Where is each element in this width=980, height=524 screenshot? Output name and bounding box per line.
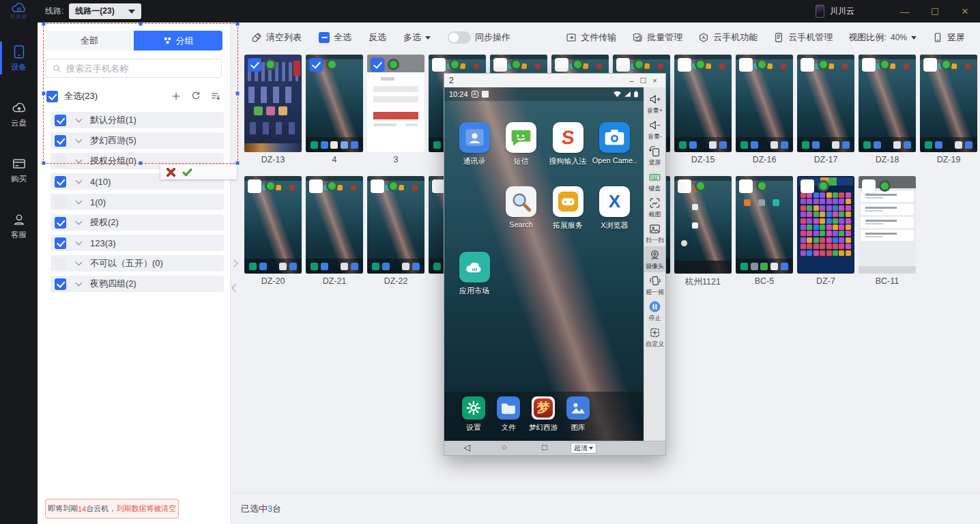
device-cell[interactable]: DZ-17 <box>797 55 854 164</box>
app-shortcut[interactable]: 图库 <box>561 396 595 433</box>
device-cell[interactable]: DZ-22 <box>367 176 424 286</box>
select-all-checkbox[interactable] <box>46 91 58 102</box>
app-shortcut[interactable]: 通讯录 <box>455 122 494 166</box>
minimize-button[interactable]: — <box>890 0 920 23</box>
group-row[interactable]: 夜鸦四组(2) <box>51 276 224 292</box>
group-checkbox[interactable] <box>55 196 66 208</box>
group-row[interactable]: 梦幻西游(5) <box>51 132 224 149</box>
app-shortcut[interactable]: 设置 <box>457 396 491 433</box>
sidebar-item-cloud-disk[interactable]: 云盘 <box>0 98 38 130</box>
group-checkbox[interactable] <box>55 176 66 188</box>
group-checkbox[interactable] <box>55 237 66 249</box>
app-shortcut[interactable]: 梦 梦幻西游 <box>526 396 560 433</box>
chevron-down-icon[interactable] <box>76 198 83 205</box>
home-button[interactable]: ○ <box>502 442 507 452</box>
app-shortcut[interactable]: Open Came.. <box>595 122 635 164</box>
add-group-icon[interactable] <box>171 91 182 102</box>
sidebar-item-devices[interactable]: 设备 <box>0 42 38 74</box>
device-cell[interactable]: DZ-20 <box>244 176 302 286</box>
quality-selector[interactable]: 超清 <box>571 443 596 454</box>
device-checkbox[interactable] <box>493 58 507 72</box>
phone-screen[interactable]: 10:24 A 通讯录 短信 S 搜狗输入法 Open Came.. Searc… <box>444 87 644 441</box>
device-cell[interactable]: 4 <box>306 55 363 164</box>
device-checkbox[interactable] <box>432 58 446 72</box>
back-button[interactable]: ◁ <box>463 442 470 452</box>
phone-tool-custom[interactable]: 自定义 <box>644 324 665 350</box>
phone-tool-screenshot[interactable]: 截图 <box>644 194 665 220</box>
panel-expand-handle[interactable] <box>230 259 237 267</box>
device-cell[interactable]: BC-5 <box>736 176 793 286</box>
phone-tool-rotate[interactable]: 竖屏 <box>644 143 665 169</box>
device-checkbox[interactable] <box>923 58 937 72</box>
toggle-off-icon[interactable] <box>448 31 471 44</box>
device-cell[interactable]: DZ-13 <box>244 55 302 164</box>
device-screen[interactable] <box>674 55 732 152</box>
device-cell[interactable]: DZ-7 <box>797 176 854 286</box>
view-scale-selector[interactable]: 视图比例: 40% <box>848 31 917 44</box>
phone-window[interactable]: 2 – ☐ × 10:24 A 通讯录 短信 S 搜狗输入法 Open Came… <box>444 73 666 456</box>
device-screen[interactable] <box>306 55 363 152</box>
device-cell[interactable]: 3 <box>367 55 424 164</box>
device-screen[interactable] <box>244 176 302 274</box>
invert-selection-button[interactable]: 反选 <box>369 31 386 44</box>
chevron-down-icon[interactable] <box>76 177 83 184</box>
phone-tool-vol-down[interactable]: 音量- <box>644 117 665 143</box>
group-checkbox[interactable] <box>55 135 66 147</box>
group-row[interactable]: 1(0) <box>51 194 224 210</box>
device-cell[interactable]: DZ-15 <box>674 55 732 164</box>
chevron-down-icon[interactable] <box>76 136 83 143</box>
device-screen[interactable] <box>367 55 424 152</box>
select-all-indeterminate-checkbox[interactable] <box>319 32 330 43</box>
device-checkbox[interactable] <box>739 179 753 193</box>
close-button[interactable]: × <box>950 0 980 23</box>
app-shortcut[interactable]: S 搜狗输入法 <box>548 122 588 166</box>
multi-select-button[interactable]: 多选 <box>403 31 431 44</box>
device-screen[interactable] <box>244 55 302 152</box>
phone-maximize-button[interactable]: ☐ <box>637 76 649 85</box>
clear-list-button[interactable]: 清空列表 <box>251 31 302 44</box>
group-row[interactable]: 不可以（五开）(0) <box>51 255 224 272</box>
device-checkbox[interactable] <box>801 179 814 193</box>
line-selector[interactable]: 线路一(23) <box>69 3 141 19</box>
device-checkbox[interactable] <box>371 179 384 193</box>
chevron-down-icon[interactable] <box>76 218 83 225</box>
phone-tool-stop[interactable]: 停止 <box>644 298 665 324</box>
device-checkbox[interactable] <box>248 179 261 193</box>
device-cell[interactable]: 杭州1121 <box>674 176 732 288</box>
device-screen[interactable] <box>674 176 732 274</box>
device-checkbox[interactable] <box>309 58 323 72</box>
device-checkbox[interactable] <box>739 58 753 72</box>
select-all-toggle[interactable]: 全选 <box>319 31 351 44</box>
app-shortcut[interactable]: X X浏览器 <box>595 186 635 231</box>
app-shortcut[interactable]: 拓展服务 <box>548 186 588 231</box>
device-checkbox[interactable] <box>248 58 261 72</box>
tab-all[interactable]: 全部 <box>45 31 134 50</box>
phone-functions-button[interactable]: 云手机功能 <box>698 31 758 44</box>
phone-tool-camera-tool[interactable]: 摄像头 <box>644 246 665 272</box>
group-checkbox[interactable] <box>55 258 66 270</box>
sync-operation-toggle[interactable]: 同步操作 <box>448 31 510 44</box>
device-screen[interactable] <box>736 55 793 152</box>
phone-tool-shake[interactable]: 摇一摇 <box>644 272 665 298</box>
app-shortcut[interactable]: 应用市场 <box>455 252 494 296</box>
device-checkbox[interactable] <box>801 58 814 72</box>
device-screen[interactable] <box>306 176 363 274</box>
panel-collapse-handle[interactable] <box>231 284 239 291</box>
file-transfer-button[interactable]: 文件传输 <box>566 31 616 44</box>
phone-tool-vol-up[interactable]: 音量+ <box>644 91 665 117</box>
device-screen[interactable] <box>859 176 916 274</box>
group-checkbox[interactable] <box>55 115 66 126</box>
portrait-button[interactable]: 竖屏 <box>932 31 965 44</box>
selection-confirm-icon[interactable] <box>182 167 192 177</box>
device-screen[interactable] <box>859 55 916 152</box>
device-cell[interactable]: DZ-21 <box>306 176 363 286</box>
group-checkbox[interactable] <box>55 156 66 167</box>
collapse-all-icon[interactable] <box>210 91 221 102</box>
maximize-button[interactable]: ☐ <box>920 0 950 23</box>
chevron-down-icon[interactable] <box>76 239 83 246</box>
device-checkbox[interactable] <box>555 58 568 72</box>
selection-cancel-icon[interactable] <box>166 167 176 177</box>
device-checkbox[interactable] <box>678 179 691 193</box>
group-checkbox[interactable] <box>55 278 66 290</box>
refresh-icon[interactable] <box>190 91 201 102</box>
